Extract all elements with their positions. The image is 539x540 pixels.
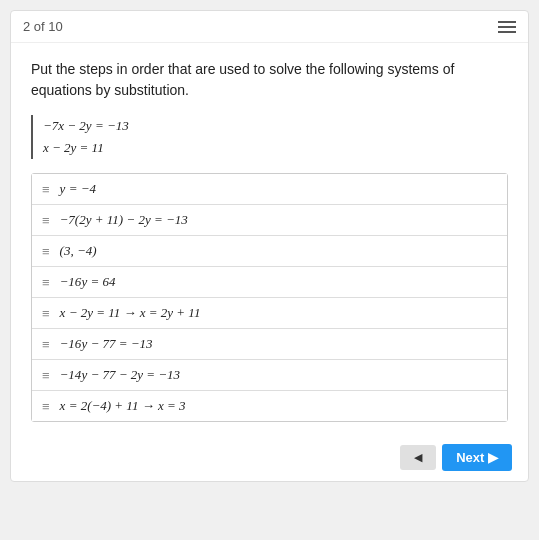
item-math: x − 2y = 11 → x = 2y + 11 bbox=[60, 305, 201, 321]
drag-item[interactable]: ≡ x = 2(−4) + 11 → x = 3 bbox=[32, 391, 507, 421]
drag-item[interactable]: ≡ (3, −4) bbox=[32, 236, 507, 267]
drag-handle: ≡ bbox=[42, 275, 50, 290]
drag-handle: ≡ bbox=[42, 213, 50, 228]
next-button[interactable]: Next ▶ bbox=[442, 444, 512, 471]
drag-handle: ≡ bbox=[42, 399, 50, 414]
drag-item[interactable]: ≡ −16y = 64 bbox=[32, 267, 507, 298]
drag-item[interactable]: ≡ −14y − 77 − 2y = −13 bbox=[32, 360, 507, 391]
drag-handle: ≡ bbox=[42, 182, 50, 197]
equation-system: −7x − 2y = −13 x − 2y = 11 bbox=[31, 115, 508, 159]
question-text: Put the steps in order that are used to … bbox=[31, 59, 508, 101]
drag-item[interactable]: ≡ x − 2y = 11 → x = 2y + 11 bbox=[32, 298, 507, 329]
drag-handle: ≡ bbox=[42, 306, 50, 321]
page-indicator: 2 of 10 bbox=[23, 19, 63, 34]
drag-handle: ≡ bbox=[42, 368, 50, 383]
prev-arrow-icon: ◀ bbox=[414, 451, 422, 464]
drag-handle: ≡ bbox=[42, 337, 50, 352]
prev-button[interactable]: ◀ bbox=[400, 445, 436, 470]
menu-line-1 bbox=[498, 21, 516, 23]
equation-2: x − 2y = 11 bbox=[43, 137, 508, 159]
equation-1: −7x − 2y = −13 bbox=[43, 115, 508, 137]
drag-handle: ≡ bbox=[42, 244, 50, 259]
item-math: −14y − 77 − 2y = −13 bbox=[60, 367, 180, 383]
drag-item[interactable]: ≡ −7(2y + 11) − 2y = −13 bbox=[32, 205, 507, 236]
question-card: 2 of 10 Put the steps in order that are … bbox=[10, 10, 529, 482]
next-label: Next ▶ bbox=[456, 450, 498, 465]
menu-line-2 bbox=[498, 26, 516, 28]
drag-item[interactable]: ≡ −16y − 77 = −13 bbox=[32, 329, 507, 360]
drag-item[interactable]: ≡ y = −4 bbox=[32, 174, 507, 205]
item-math: −7(2y + 11) − 2y = −13 bbox=[60, 212, 188, 228]
card-body: Put the steps in order that are used to … bbox=[11, 43, 528, 434]
card-header: 2 of 10 bbox=[11, 11, 528, 43]
drag-list: ≡ y = −4 ≡ −7(2y + 11) − 2y = −13 ≡ (3, … bbox=[31, 173, 508, 422]
item-math: −16y − 77 = −13 bbox=[60, 336, 153, 352]
item-math: −16y = 64 bbox=[60, 274, 116, 290]
card-footer: ◀ Next ▶ bbox=[11, 434, 528, 481]
menu-icon[interactable] bbox=[498, 21, 516, 33]
item-math: (3, −4) bbox=[60, 243, 97, 259]
item-math: y = −4 bbox=[60, 181, 96, 197]
menu-line-3 bbox=[498, 31, 516, 33]
item-math: x = 2(−4) + 11 → x = 3 bbox=[60, 398, 186, 414]
